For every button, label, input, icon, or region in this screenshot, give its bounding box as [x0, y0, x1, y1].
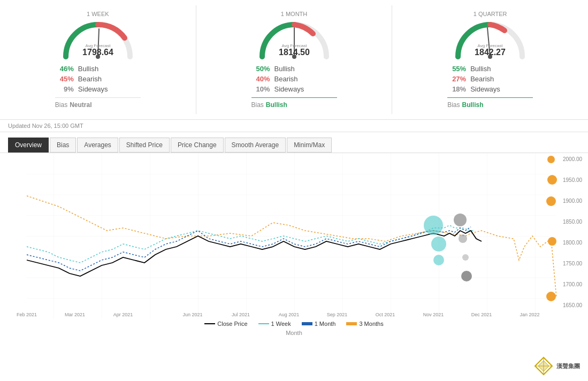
svg-text:1798.64: 1798.64 [82, 48, 113, 57]
bearish-row-quarter: 27% Bearish [447, 75, 533, 83]
tab-shifted-price[interactable]: Shifted Price [119, 138, 170, 153]
sideways-pct-month: 10% [251, 85, 270, 93]
panel-1-quarter: 1 QUARTER Avg Forecast 1842.27 55% Bulli… [392, 5, 588, 114]
x-axis-label: Month [5, 330, 583, 336]
legend-label-close: Close Price [217, 321, 247, 327]
period-label-month: 1 MONTH [281, 11, 308, 17]
svg-point-36 [459, 234, 467, 243]
bias-text-quarter: Bias [447, 101, 460, 109]
bearish-pct-week: 45% [55, 75, 74, 83]
period-label-week: 1 WEEK [87, 11, 109, 17]
legend-label-week: 1 Week [271, 321, 291, 327]
svg-rect-47 [346, 322, 357, 325]
svg-rect-12 [27, 153, 556, 319]
bias-row-quarter: Bias Bullish [447, 101, 533, 109]
bias-row-week: Bias Neutral [55, 101, 141, 109]
bias-value-week: Neutral [70, 101, 91, 109]
bullish-row-quarter: 55% Bullish [447, 65, 533, 73]
svg-text:1750.00: 1750.00 [563, 261, 583, 266]
bullish-label-month: Bullish [274, 65, 295, 73]
svg-point-41 [546, 196, 556, 206]
divider-month [251, 97, 337, 98]
bullish-pct-week: 46% [55, 65, 74, 73]
svg-text:Mar 2021: Mar 2021 [65, 312, 85, 317]
sideways-label-quarter: Sideways [470, 85, 500, 93]
svg-text:1700.00: 1700.00 [563, 281, 583, 287]
svg-text:Sep 2021: Sep 2021 [327, 312, 348, 317]
tab-overview[interactable]: Overview [8, 138, 49, 153]
svg-point-35 [454, 214, 467, 226]
period-label-quarter: 1 QUARTER [474, 11, 507, 17]
update-text: Updated Nov 26, 15:00 GMT [8, 123, 83, 129]
logo-text: 漢聲集團 [556, 362, 580, 370]
sideways-row-month: 10% Sideways [251, 85, 337, 93]
sideways-label-month: Sideways [274, 85, 304, 93]
bullish-label-week: Bullish [78, 65, 98, 73]
bearish-pct-quarter: 27% [447, 75, 466, 83]
bias-value-month: Bullish [266, 101, 287, 109]
tab-bias[interactable]: Bias [50, 138, 76, 153]
svg-text:Oct 2021: Oct 2021 [376, 312, 395, 317]
gauge-quarter: Avg Forecast 1842.27 [453, 19, 528, 59]
chart-legend: Close Price 1 Week 1 Month 3 Months [5, 319, 583, 329]
divider-quarter [447, 97, 533, 98]
legend-close-price: Close Price [204, 321, 247, 327]
sideways-pct-week: 9% [55, 85, 74, 93]
svg-text:Jan 2022: Jan 2022 [520, 312, 539, 317]
svg-point-42 [548, 237, 556, 246]
gauge-month: Avg Forecast 1814.50 [257, 19, 332, 59]
tab-smooth-average[interactable]: Smooth Average [225, 138, 286, 153]
update-bar: Updated Nov 26, 15:00 GMT [0, 120, 588, 132]
bearish-row-month: 40% Bearish [251, 75, 337, 83]
legend-3-months: 3 Months [346, 321, 383, 327]
svg-text:1842.27: 1842.27 [475, 48, 506, 57]
svg-point-33 [431, 237, 446, 252]
chart-section: 2000.00 1950.00 1900.00 1850.00 1800.00 … [5, 153, 583, 336]
tab-bar: Overview Bias Averages Shifted Price Pri… [0, 132, 588, 153]
svg-text:1900.00: 1900.00 [563, 198, 583, 204]
bias-text-week: Bias [55, 101, 67, 109]
svg-text:1650.00: 1650.00 [563, 302, 583, 308]
logo-diamond-icon [534, 356, 553, 376]
forecast-panels: 1 WEEK Avg Forecast 1798.64 46% Bullish … [0, 0, 588, 120]
bearish-label-month: Bearish [274, 75, 298, 83]
bullish-pct-quarter: 55% [447, 65, 466, 73]
bearish-label-quarter: Bearish [470, 75, 494, 83]
svg-text:Apr 2021: Apr 2021 [113, 312, 133, 317]
svg-point-32 [424, 216, 443, 235]
tab-price-change[interactable]: Price Change [171, 138, 224, 153]
svg-text:1850.00: 1850.00 [563, 219, 583, 225]
svg-point-34 [433, 255, 444, 265]
bias-row-month: Bias Bullish [251, 101, 337, 109]
bias-value-quarter: Bullish [462, 101, 484, 109]
sideways-row-week: 9% Sideways [55, 85, 141, 93]
legend-1-week: 1 Week [258, 321, 291, 327]
sideways-pct-quarter: 18% [447, 85, 466, 93]
panel-1-month: 1 MONTH Avg Forecast 1814.50 50% Bullish… [196, 5, 393, 114]
bearish-label-week: Bearish [78, 75, 102, 83]
svg-point-43 [546, 292, 556, 301]
logo-area: 漢聲集團 [534, 356, 580, 376]
svg-text:Jun 2021: Jun 2021 [182, 312, 202, 317]
gauge-week: Avg Forecast 1798.64 [60, 19, 135, 59]
svg-text:Aug 2021: Aug 2021 [279, 312, 300, 317]
sideways-label-week: Sideways [78, 85, 108, 93]
tab-averages[interactable]: Averages [77, 138, 118, 153]
svg-text:1950.00: 1950.00 [563, 177, 583, 183]
sideways-row-quarter: 18% Sideways [447, 85, 533, 93]
tab-minim-max[interactable]: Minim/Max [287, 138, 332, 153]
bearish-row-week: 45% Bearish [55, 75, 141, 83]
bearish-pct-month: 40% [251, 75, 270, 83]
svg-point-38 [461, 271, 472, 281]
svg-text:Jul 2021: Jul 2021 [232, 312, 250, 317]
svg-point-39 [547, 156, 555, 163]
bullish-row-month: 50% Bullish [251, 65, 337, 73]
svg-text:1800.00: 1800.00 [563, 240, 583, 246]
panel-1-week: 1 WEEK Avg Forecast 1798.64 46% Bullish … [0, 5, 196, 114]
svg-point-40 [547, 175, 557, 185]
svg-text:Feb 2021: Feb 2021 [17, 312, 37, 317]
legend-label-month: 1 Month [315, 321, 336, 327]
bias-text-month: Bias [251, 101, 264, 109]
svg-text:Nov 2021: Nov 2021 [423, 312, 444, 317]
x-axis-month-label: Month [286, 330, 302, 336]
